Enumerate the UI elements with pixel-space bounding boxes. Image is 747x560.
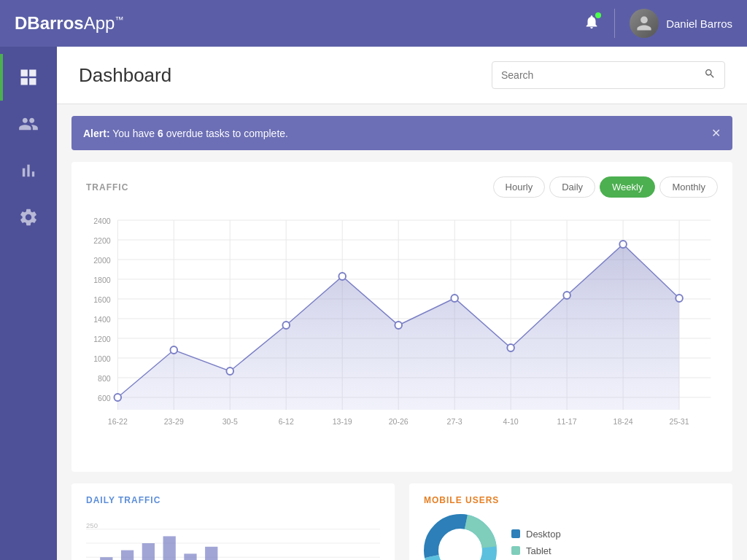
- bottom-panels: DAILY TRAFFIC 250 MOBILE USERS: [71, 483, 732, 560]
- traffic-filters: Hourly Daily Weekly Monthly: [493, 176, 718, 198]
- sidebar-item-dashboard[interactable]: [0, 54, 57, 101]
- chart-point-4: [338, 273, 346, 280]
- dashboard-icon: [18, 67, 39, 88]
- traffic-chart-svg: 2400 2200 2000 1800 1600 1400 1200 1000 …: [86, 209, 718, 457]
- daily-traffic-panel: DAILY TRAFFIC 250: [71, 483, 395, 560]
- user-avatar-icon: [635, 15, 653, 32]
- svg-rect-48: [142, 543, 155, 560]
- alert-banner: Alert: You have 6 overdue tasks to compl…: [71, 116, 732, 150]
- svg-text:30-5: 30-5: [222, 417, 238, 426]
- filter-monthly[interactable]: Monthly: [659, 176, 718, 198]
- search-input[interactable]: [501, 69, 704, 81]
- chart-point-0: [114, 394, 121, 401]
- alert-label: Alert:: [83, 128, 110, 139]
- daily-traffic-title: DAILY TRAFFIC: [86, 495, 380, 505]
- search-magnifier-icon: [704, 68, 716, 79]
- chart-point-9: [619, 241, 627, 248]
- brand-logo: DBarrosApp™: [15, 13, 584, 34]
- legend-dot-desktop: [511, 529, 520, 538]
- mobile-users-legend: Desktop Tablet Mobile: [511, 529, 561, 561]
- brand-light: App: [84, 13, 115, 33]
- settings-icon: [18, 207, 39, 228]
- filter-daily[interactable]: Daily: [549, 176, 595, 198]
- svg-text:4-10: 4-10: [503, 417, 519, 426]
- svg-point-55: [440, 530, 481, 560]
- sidebar: [0, 47, 57, 560]
- alert-close-button[interactable]: ✕: [711, 126, 721, 140]
- analytics-icon: [18, 160, 39, 181]
- brand-bold: DBarros: [15, 13, 84, 33]
- mobile-users-content: Desktop Tablet Mobile: [424, 514, 718, 560]
- search-bar: [492, 61, 725, 89]
- svg-text:13-19: 13-19: [333, 417, 352, 426]
- svg-text:20-26: 20-26: [389, 417, 409, 426]
- svg-text:16-22: 16-22: [108, 417, 128, 426]
- chart-point-1: [170, 346, 177, 354]
- avatar: [630, 9, 659, 38]
- svg-text:27-3: 27-3: [447, 417, 462, 426]
- content-area: Dashboard Alert: You have 6 overdue task…: [57, 47, 747, 560]
- svg-text:2400: 2400: [93, 217, 111, 225]
- chart-point-8: [563, 292, 570, 299]
- svg-text:1200: 1200: [93, 335, 111, 343]
- svg-text:1800: 1800: [93, 276, 111, 284]
- nav-divider: [614, 9, 615, 38]
- users-icon: [18, 114, 39, 134]
- svg-text:1400: 1400: [93, 315, 111, 324]
- legend-item-desktop: Desktop: [511, 529, 561, 540]
- svg-text:1000: 1000: [93, 354, 111, 363]
- top-navbar: DBarrosApp™ Daniel Barros: [0, 0, 747, 47]
- traffic-title: TRAFFIC: [86, 182, 128, 192]
- svg-rect-51: [205, 547, 217, 560]
- page-header: Dashboard: [57, 47, 747, 104]
- daily-traffic-chart: 250: [86, 514, 380, 560]
- page-title: Dashboard: [79, 64, 171, 87]
- svg-text:23-29: 23-29: [164, 417, 184, 426]
- svg-text:2000: 2000: [93, 256, 111, 265]
- legend-label-desktop: Desktop: [526, 529, 561, 540]
- svg-text:1600: 1600: [93, 295, 111, 304]
- alert-message: Alert: You have 6 overdue tasks to compl…: [83, 128, 288, 139]
- svg-text:250: 250: [86, 521, 98, 529]
- traffic-chart: 2400 2200 2000 1800 1600 1400 1200 1000 …: [86, 209, 718, 457]
- sidebar-item-users[interactable]: [0, 101, 57, 147]
- filter-hourly[interactable]: Hourly: [493, 176, 546, 198]
- sidebar-item-analytics[interactable]: [0, 147, 57, 194]
- legend-item-tablet: Tablet: [511, 545, 561, 556]
- svg-rect-46: [100, 557, 112, 560]
- svg-text:2200: 2200: [93, 236, 111, 245]
- chart-point-3: [282, 322, 290, 329]
- chart-point-5: [395, 322, 402, 329]
- traffic-section: TRAFFIC Hourly Daily Weekly Monthly: [71, 162, 732, 472]
- notifications-bell[interactable]: [584, 14, 600, 33]
- legend-dot-tablet: [511, 546, 520, 555]
- nav-right: Daniel Barros: [584, 9, 732, 38]
- mobile-users-panel: MOBILE USERS Desktop: [409, 483, 732, 560]
- mobile-users-title: MOBILE USERS: [424, 495, 718, 505]
- brand-trademark: ™: [115, 15, 123, 25]
- svg-rect-47: [121, 551, 133, 560]
- notification-dot: [595, 12, 601, 18]
- user-menu[interactable]: Daniel Barros: [630, 9, 732, 38]
- svg-text:25-31: 25-31: [670, 417, 689, 426]
- chart-point-6: [451, 295, 458, 302]
- search-icon[interactable]: [704, 68, 716, 82]
- user-name-label: Daniel Barros: [666, 18, 732, 30]
- donut-chart: [424, 514, 497, 560]
- svg-text:600: 600: [98, 394, 111, 402]
- svg-text:6-12: 6-12: [279, 417, 294, 426]
- traffic-header: TRAFFIC Hourly Daily Weekly Monthly: [86, 176, 718, 198]
- svg-text:800: 800: [98, 374, 111, 383]
- chart-point-10: [676, 295, 683, 302]
- chart-point-2: [226, 368, 233, 375]
- sidebar-item-settings[interactable]: [0, 194, 57, 241]
- svg-text:18-24: 18-24: [614, 417, 633, 426]
- svg-rect-50: [184, 553, 196, 560]
- legend-label-tablet: Tablet: [526, 545, 551, 556]
- svg-rect-49: [163, 536, 176, 560]
- svg-text:11-17: 11-17: [557, 417, 577, 426]
- filter-weekly[interactable]: Weekly: [600, 176, 655, 198]
- chart-point-7: [507, 344, 514, 351]
- main-layout: Dashboard Alert: You have 6 overdue task…: [0, 47, 747, 560]
